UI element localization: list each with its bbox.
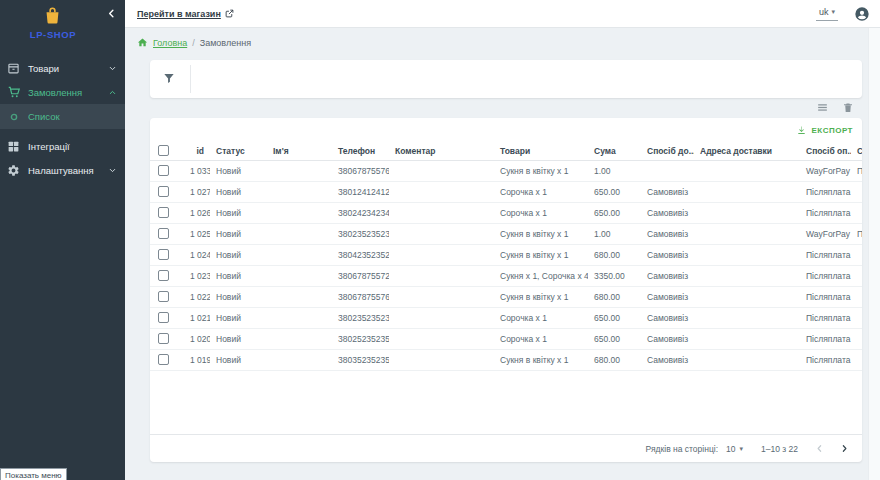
- table-row[interactable]: 1 025Новий380235235235Сукня в квітку x 1…: [150, 223, 862, 244]
- cell-2: [267, 223, 332, 244]
- cell-5: Сукня в квітку x 1: [494, 244, 588, 265]
- language-value: uk: [819, 7, 829, 17]
- external-link-icon: [225, 9, 234, 18]
- collapse-sidebar-icon[interactable]: [106, 8, 117, 19]
- account-icon[interactable]: [854, 6, 870, 22]
- row-checkbox-cell: [150, 223, 184, 244]
- row-checkbox[interactable]: [158, 165, 169, 176]
- table-row[interactable]: 1 020Новий380252352352Сорочка x 1650.00С…: [150, 328, 862, 349]
- orders-table: idСтатусІм'яТелефонКоментарТовариСумаСпо…: [150, 142, 862, 371]
- cell-1: Новий: [210, 307, 267, 328]
- cell-1: Новий: [210, 181, 267, 202]
- table-row[interactable]: 1 024Новий380423523523Сукня в квітку x 1…: [150, 244, 862, 265]
- column-settings-icon[interactable]: [816, 101, 829, 114]
- cell-1: Новий: [210, 160, 267, 181]
- column-header-0[interactable]: id: [184, 142, 210, 160]
- cell-3: 380252352352: [332, 328, 389, 349]
- row-checkbox[interactable]: [158, 354, 169, 365]
- table-row[interactable]: 1 023Новий380678755722Сукня x 1, Сорочка…: [150, 265, 862, 286]
- chevron-down-icon: [108, 166, 117, 175]
- cell-3: 380352352353: [332, 349, 389, 370]
- select-all-checkbox[interactable]: [158, 145, 169, 156]
- chevron-down-icon: [108, 64, 117, 73]
- row-checkbox-cell: [150, 181, 184, 202]
- cell-9: Післяплата: [800, 286, 851, 307]
- row-checkbox[interactable]: [158, 291, 169, 302]
- store-link[interactable]: Перейти в магазин: [137, 9, 234, 19]
- row-checkbox[interactable]: [158, 270, 169, 281]
- table-body: 1 033Новий380678755765Сукня в квітку x 1…: [150, 160, 862, 370]
- row-checkbox[interactable]: [158, 186, 169, 197]
- table-row[interactable]: 1 027Новий380124124124Сорочка x 1650.00С…: [150, 181, 862, 202]
- column-header-9[interactable]: Спосіб оп...: [800, 142, 851, 160]
- table-row[interactable]: 1 026Новий380242342342Сорочка x 1650.00С…: [150, 202, 862, 223]
- cell-1: Новий: [210, 286, 267, 307]
- cell-0: 1 033: [184, 160, 210, 181]
- cell-5: Сорочка x 1: [494, 328, 588, 349]
- cell-1: Новий: [210, 244, 267, 265]
- next-page-button[interactable]: [839, 443, 850, 454]
- cell-0: 1 022: [184, 286, 210, 307]
- table-row[interactable]: 1 019Новий380352352353Сукня в квітку x 1…: [150, 349, 862, 370]
- filter-panel: [150, 60, 862, 98]
- sidebar-item-settings[interactable]: Налаштування: [0, 158, 125, 182]
- row-checkbox[interactable]: [158, 249, 169, 260]
- rows-per-page-select[interactable]: 10 ▾: [726, 444, 743, 454]
- column-header-2[interactable]: Ім'я: [267, 142, 332, 160]
- cell-2: [267, 181, 332, 202]
- sidebar-item-integrations[interactable]: Інтеграції: [0, 134, 125, 158]
- column-header-4[interactable]: Коментар: [389, 142, 494, 160]
- cell-6: 680.00: [588, 286, 641, 307]
- sidebar-item-orders-list[interactable]: Список: [0, 104, 125, 129]
- table-row[interactable]: 1 033Новий380678755765Сукня в квітку x 1…: [150, 160, 862, 181]
- scrollbar-track[interactable]: [868, 28, 880, 480]
- cell-7: Самовивіз: [641, 223, 694, 244]
- column-header-1[interactable]: Статус: [210, 142, 267, 160]
- home-icon: [137, 37, 148, 48]
- menu-tooltip: Показать меню: [0, 468, 67, 480]
- breadcrumb-separator: /: [192, 38, 195, 48]
- cell-5: Сорочка x 1: [494, 181, 588, 202]
- cell-10: П: [851, 223, 862, 244]
- previous-page-button[interactable]: [814, 443, 825, 454]
- column-header-7[interactable]: Спосіб до...: [641, 142, 694, 160]
- sidebar-item-orders[interactable]: Замовлення: [0, 80, 125, 104]
- column-header-8[interactable]: Адреса доставки: [694, 142, 800, 160]
- filter-icon[interactable]: [162, 71, 176, 85]
- row-checkbox[interactable]: [158, 333, 169, 344]
- cell-8: [694, 265, 800, 286]
- language-select[interactable]: uk ▾: [816, 7, 838, 21]
- sidebar-nav: ТовариЗамовленняСписокІнтеграціїНалаштув…: [0, 56, 125, 182]
- breadcrumb-home-link[interactable]: Головна: [153, 38, 187, 48]
- export-button[interactable]: ЕКСПОРТ: [796, 125, 853, 136]
- table-row[interactable]: 1 021Новий380235235235Сорочка x 1650.00С…: [150, 307, 862, 328]
- cell-1: Новий: [210, 223, 267, 244]
- cell-6: 650.00: [588, 202, 641, 223]
- topbar: Перейти в магазин uk ▾: [125, 0, 880, 28]
- app-logo-text[interactable]: LP-SHOP: [0, 29, 106, 40]
- cell-3: 380423523523: [332, 244, 389, 265]
- delete-icon[interactable]: [842, 101, 854, 114]
- row-checkbox[interactable]: [158, 228, 169, 239]
- cell-7: Самовивіз: [641, 307, 694, 328]
- sidebar-item-products[interactable]: Товари: [0, 56, 125, 80]
- column-header-10[interactable]: С: [851, 142, 862, 160]
- table-row[interactable]: 1 022Новий380678755765Сукня в квітку x 1…: [150, 286, 862, 307]
- sidebar: LP-SHOP ТовариЗамовленняСписокІнтеграції…: [0, 0, 125, 480]
- pagination-range: 1–10 з 22: [761, 444, 798, 454]
- cell-9: WayForPay: [800, 160, 851, 181]
- cell-4: [389, 265, 494, 286]
- column-header-3[interactable]: Телефон: [332, 142, 389, 160]
- gear-icon: [6, 163, 21, 178]
- cell-10: [851, 307, 862, 328]
- column-header-5[interactable]: Товари: [494, 142, 588, 160]
- filter-divider: [190, 65, 191, 93]
- cell-9: Післяплата: [800, 244, 851, 265]
- column-header-6[interactable]: Сума: [588, 142, 641, 160]
- row-checkbox[interactable]: [158, 207, 169, 218]
- row-checkbox[interactable]: [158, 312, 169, 323]
- row-checkbox-cell: [150, 202, 184, 223]
- cell-6: 3350.00: [588, 265, 641, 286]
- cell-4: [389, 181, 494, 202]
- row-checkbox-cell: [150, 265, 184, 286]
